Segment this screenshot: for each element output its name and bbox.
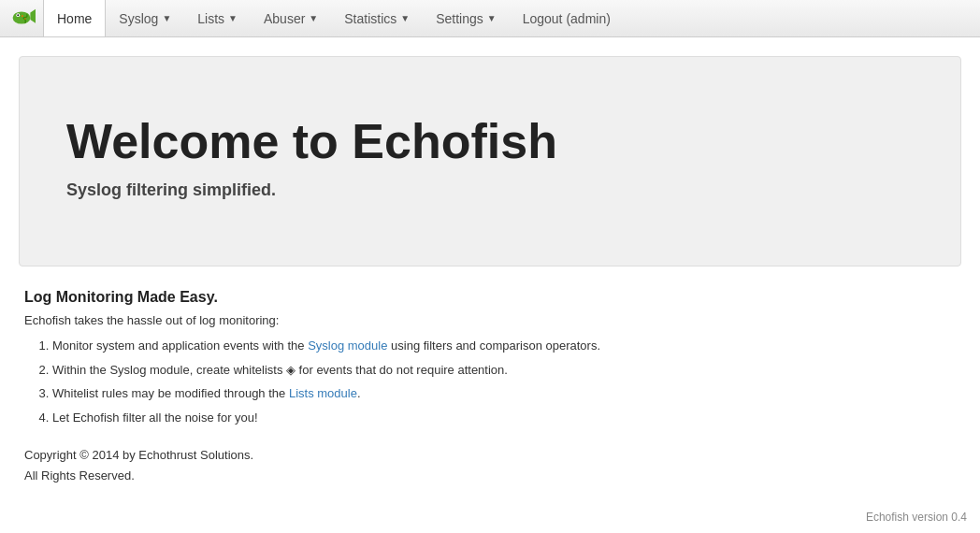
list-item: Whitelist rules may be modified through … <box>52 384 956 403</box>
nav-label-lists: Lists <box>197 11 224 26</box>
nav-label-abuser: Abuser <box>264 11 305 26</box>
nav-item-logout[interactable]: Logout (admin) <box>510 0 624 36</box>
hero-title: Welcome to Echofish <box>66 113 914 169</box>
app-logo <box>7 4 37 34</box>
filter-icon: ◈ <box>286 361 295 380</box>
intro-text: Echofish takes the hassle out of log mon… <box>24 313 956 327</box>
logo-icon <box>7 4 36 32</box>
hero-banner: Welcome to Echofish Syslog filtering sim… <box>19 56 961 266</box>
feature-text-1b: using filters and comparison operators. <box>387 339 600 353</box>
nav-menu: Home Syslog ▼ Lists ▼ Abuser ▼ Statistic… <box>43 0 624 36</box>
nav-item-syslog[interactable]: Syslog ▼ <box>106 0 184 36</box>
nav-item-home[interactable]: Home <box>43 0 106 36</box>
feature-text-1: Monitor system and application events wi… <box>52 339 308 353</box>
feature-text-2: Within the Syslog module, create whiteli… <box>52 363 286 377</box>
feature-text-4: Let Echofish filter all the noise for yo… <box>52 411 258 425</box>
copyright: Copyright © 2014 by Echothrust Solutions… <box>24 445 956 486</box>
copyright-line1: Copyright © 2014 by Echothrust Solutions… <box>24 448 253 462</box>
copyright-line2: All Rights Reserved. <box>24 466 956 486</box>
caret-icon-settings: ▼ <box>487 13 497 23</box>
lists-module-link[interactable]: Lists module <box>289 386 357 400</box>
svg-point-5 <box>24 18 26 20</box>
caret-icon-abuser: ▼ <box>309 13 318 23</box>
nav-link-abuser[interactable]: Abuser ▼ <box>251 0 331 36</box>
body-content: Log Monitoring Made Easy. Echofish takes… <box>19 289 961 486</box>
nav-item-lists[interactable]: Lists ▼ <box>184 0 251 36</box>
syslog-module-link[interactable]: Syslog module <box>308 339 387 353</box>
feature-text-2b: for events that do not require attention… <box>295 363 508 377</box>
nav-link-syslog[interactable]: Syslog ▼ <box>106 0 184 36</box>
caret-icon-lists: ▼ <box>228 13 238 23</box>
nav-item-abuser[interactable]: Abuser ▼ <box>251 0 331 36</box>
nav-item-settings[interactable]: Settings ▼ <box>423 0 510 36</box>
nav-link-lists[interactable]: Lists ▼ <box>184 0 251 36</box>
svg-marker-1 <box>30 8 36 22</box>
nav-link-settings[interactable]: Settings ▼ <box>423 0 510 36</box>
nav-label-statistics: Statistics <box>344 11 396 26</box>
nav-label-settings: Settings <box>436 11 483 26</box>
main-content: Welcome to Echofish Syslog filtering sim… <box>0 37 980 505</box>
caret-icon-syslog: ▼ <box>162 13 171 23</box>
nav-item-statistics[interactable]: Statistics ▼ <box>331 0 423 36</box>
feature-list: Monitor system and application events wi… <box>52 337 956 426</box>
version-footer: Echofish version 0.4 <box>866 511 967 524</box>
list-item: Monitor system and application events wi… <box>52 337 956 355</box>
list-item: Within the Syslog module, create whiteli… <box>52 361 956 380</box>
caret-icon-statistics: ▼ <box>400 13 410 23</box>
nav-link-home[interactable]: Home <box>43 0 106 36</box>
svg-point-4 <box>22 15 23 17</box>
hero-subtitle: Syslog filtering simplified. <box>66 180 914 200</box>
svg-point-0 <box>13 11 31 23</box>
nav-label-syslog: Syslog <box>119 11 158 26</box>
nav-link-statistics[interactable]: Statistics ▼ <box>331 0 423 36</box>
section-title: Log Monitoring Made Easy. <box>24 289 956 306</box>
feature-text-3b: . <box>357 386 361 400</box>
list-item: Let Echofish filter all the noise for yo… <box>52 409 956 427</box>
navbar: Home Syslog ▼ Lists ▼ Abuser ▼ Statistic… <box>0 0 980 37</box>
nav-link-logout[interactable]: Logout (admin) <box>510 0 624 36</box>
svg-point-3 <box>17 14 19 16</box>
feature-text-3: Whitelist rules may be modified through … <box>52 386 289 400</box>
